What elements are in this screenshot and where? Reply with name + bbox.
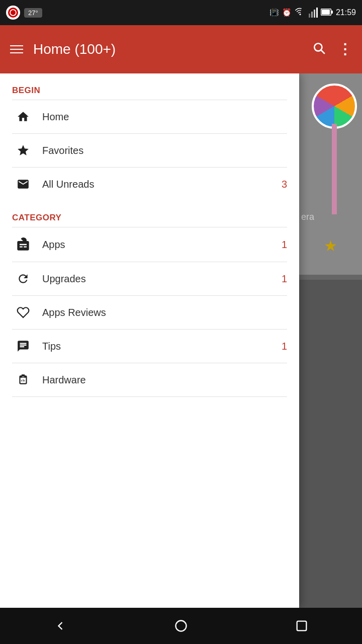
- upgrades-icon: [12, 272, 34, 285]
- divider-hardware: [12, 396, 287, 397]
- bottom-navigation: [0, 608, 362, 644]
- tips-icon: [12, 340, 34, 353]
- home-icon: [12, 110, 34, 123]
- bg-star: ★: [324, 237, 337, 255]
- svg-point-9: [176, 621, 187, 631]
- alarm-icon: ⏰: [282, 8, 292, 17]
- content-area: era ★ BEGIN Home Favorites: [0, 73, 362, 608]
- bg-card-bottom: [299, 280, 362, 608]
- back-button[interactable]: [40, 611, 80, 641]
- begin-section-header: BEGIN: [0, 73, 299, 100]
- status-left: 27°: [6, 6, 42, 20]
- envelope-icon: [12, 178, 34, 191]
- hardware-icon: [12, 373, 34, 386]
- hardware-label: Hardware: [42, 374, 287, 386]
- svg-rect-6: [322, 10, 330, 15]
- hamburger-button[interactable]: [10, 45, 23, 53]
- nav-item-apps[interactable]: Apps 1: [0, 227, 299, 262]
- svg-line-8: [321, 50, 325, 54]
- all-unreads-label: All Unreads: [42, 179, 282, 190]
- nav-item-apps-reviews[interactable]: Apps Reviews: [0, 296, 299, 329]
- more-options-button[interactable]: ⋮: [338, 42, 352, 56]
- weather-badge: 27°: [24, 8, 42, 18]
- home-button[interactable]: [161, 611, 201, 641]
- status-right: 📳 ⏰ 21:59: [269, 7, 356, 19]
- battery-icon: [321, 9, 333, 17]
- apps-icon: [12, 237, 34, 252]
- svg-rect-3: [316, 8, 318, 18]
- nav-item-upgrades[interactable]: Upgrades 1: [0, 262, 299, 295]
- signal-icon: [309, 7, 318, 19]
- recents-button[interactable]: [282, 611, 322, 641]
- apps-label: Apps: [42, 239, 282, 251]
- all-unreads-badge: 3: [282, 179, 287, 190]
- svg-point-7: [314, 43, 322, 51]
- apps-reviews-label: Apps Reviews: [42, 307, 287, 318]
- background-content: era ★: [299, 73, 362, 608]
- status-time: 21:59: [336, 8, 356, 17]
- tips-badge: 1: [282, 341, 287, 352]
- svg-rect-10: [297, 621, 307, 631]
- svg-rect-5: [331, 11, 333, 14]
- toolbar: Home (100+) ⋮: [0, 25, 362, 73]
- nav-item-hardware[interactable]: Hardware: [0, 363, 299, 396]
- toolbar-actions: ⋮: [313, 42, 352, 57]
- tips-label: Tips: [42, 341, 282, 352]
- svg-rect-2: [314, 10, 315, 18]
- favorites-icon: [12, 144, 34, 157]
- nav-item-home[interactable]: Home: [0, 100, 299, 133]
- svg-rect-0: [309, 14, 310, 18]
- svg-rect-1: [311, 12, 313, 18]
- upgrades-label: Upgrades: [42, 273, 282, 285]
- status-bar: 27° 📳 ⏰ 21:59: [0, 0, 362, 25]
- nav-item-all-unreads[interactable]: All Unreads 3: [0, 168, 299, 201]
- vibrate-icon: 📳: [269, 8, 279, 17]
- toolbar-title: Home (100+): [33, 41, 303, 57]
- bg-text: era: [299, 210, 316, 224]
- app-icon: [6, 6, 20, 20]
- nav-item-tips[interactable]: Tips 1: [0, 330, 299, 363]
- search-button[interactable]: [313, 42, 326, 57]
- upgrades-badge: 1: [282, 273, 287, 285]
- nav-drawer: BEGIN Home Favorites All Unreads 3: [0, 73, 299, 608]
- heart-icon: [12, 306, 34, 319]
- wifi-icon: [295, 7, 306, 19]
- apps-badge: 1: [282, 239, 287, 251]
- category-section-header: CATEGORY: [0, 201, 299, 227]
- nav-item-favorites[interactable]: Favorites: [0, 134, 299, 167]
- bg-card-top: era ★: [299, 73, 362, 275]
- favorites-label: Favorites: [42, 145, 287, 156]
- home-label: Home: [42, 111, 287, 123]
- lollipop-decoration: [307, 84, 362, 214]
